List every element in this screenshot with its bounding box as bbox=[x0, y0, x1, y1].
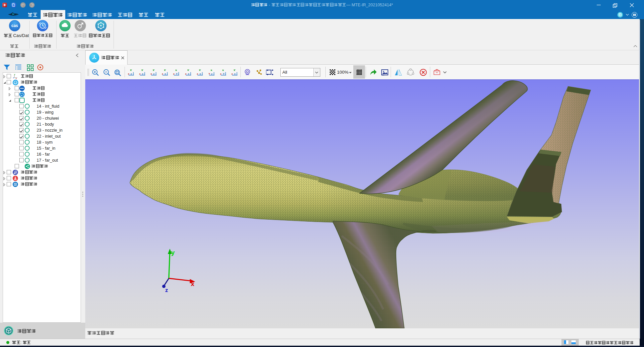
svg-text:x: x bbox=[151, 72, 152, 75]
svg-text:z: z bbox=[13, 77, 14, 79]
svg-text:x: x bbox=[234, 72, 236, 75]
svg-text:x: x bbox=[188, 72, 189, 75]
svg-text:Y: Y bbox=[208, 72, 210, 75]
svg-text:Y: Y bbox=[14, 74, 15, 76]
svg-text:z: z bbox=[162, 72, 163, 75]
svg-text:z: z bbox=[139, 72, 141, 75]
svg-text:z: z bbox=[153, 72, 155, 75]
svg-text:x: x bbox=[191, 280, 194, 287]
svg-text:z: z bbox=[231, 72, 233, 75]
svg-text:y: y bbox=[171, 249, 175, 256]
svg-text:z: z bbox=[220, 72, 221, 75]
svg-text:x: x bbox=[164, 72, 166, 75]
svg-text:z: z bbox=[165, 287, 168, 293]
svg-text:Y: Y bbox=[223, 72, 225, 75]
svg-text:x: x bbox=[199, 72, 201, 75]
svg-text:z: z bbox=[185, 72, 186, 75]
svg-text:x: x bbox=[128, 72, 130, 75]
svg-text:z: z bbox=[173, 72, 174, 75]
svg-text:z: z bbox=[197, 72, 198, 75]
svg-text:z: z bbox=[131, 72, 132, 75]
svg-text:z: z bbox=[211, 72, 212, 75]
svg-text:x: x bbox=[142, 72, 144, 75]
svg-text:Y: Y bbox=[176, 72, 178, 75]
